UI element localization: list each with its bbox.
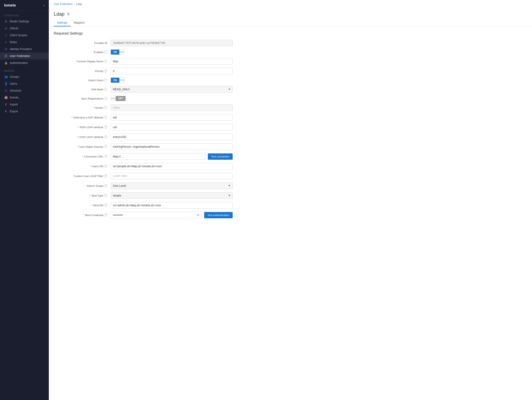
sidebar-item-label: Import xyxy=(10,103,18,106)
connection-url-help-icon[interactable]: ? xyxy=(104,155,107,158)
custom-user-ldap-filter-help-icon[interactable]: ? xyxy=(104,174,107,178)
import-users-help-icon[interactable]: ? xyxy=(104,78,107,82)
priority-input[interactable] xyxy=(111,68,233,74)
main-content: User Federation › Ldap Ldap 🗑 Settings M… xyxy=(49,0,532,400)
bind-type-help-icon[interactable]: ? xyxy=(104,194,107,197)
breadcrumb-parent[interactable]: User Federation xyxy=(54,2,73,6)
rdn-ldap-attribute-help-icon[interactable]: ? xyxy=(104,126,107,129)
console-display-name-label: Console Display Name xyxy=(76,60,103,63)
field-sync-registrations: Sync Registrations ? OFF xyxy=(54,96,527,101)
clients-icon: ◎ xyxy=(4,27,8,30)
import-users-label: Import Users xyxy=(88,79,103,82)
sidebar-item-roles[interactable]: ≡ Roles xyxy=(0,39,49,45)
enabled-toggle[interactable]: ON xyxy=(111,49,124,55)
toggle-off-label xyxy=(119,51,124,53)
toggle-on-label: ON xyxy=(111,50,119,55)
bind-credential-input[interactable] xyxy=(111,212,202,218)
sidebar-item-sessions[interactable]: ◷ Sessions xyxy=(0,87,49,94)
field-users-dn: * Users DN ? xyxy=(54,163,527,169)
users-dn-input[interactable] xyxy=(111,163,233,169)
user-object-classes-input[interactable] xyxy=(111,143,233,150)
bind-dn-label: Bind DN xyxy=(94,204,103,207)
configure-section-label: Configure xyxy=(0,11,49,18)
bind-type-select[interactable]: simple none xyxy=(111,192,233,199)
bind-dn-help-icon[interactable]: ? xyxy=(104,204,107,207)
toggle-off-label xyxy=(119,79,124,81)
rdn-ldap-attribute-label: RDN LDAP attribute xyxy=(80,126,103,129)
priority-help-icon[interactable]: ? xyxy=(104,69,107,73)
breadcrumb: User Federation › Ldap xyxy=(49,0,532,8)
bind-dn-input[interactable] xyxy=(111,202,233,209)
provider-id-input[interactable] xyxy=(111,40,233,46)
sync-registrations-toggle[interactable]: OFF xyxy=(111,96,126,101)
users-dn-help-icon[interactable]: ? xyxy=(104,165,107,168)
show-password-icon[interactable]: 👁 xyxy=(197,213,200,217)
field-uuid-ldap-attribute: * UUID LDAP attribute ? xyxy=(54,134,527,140)
vendor-input[interactable] xyxy=(111,104,233,111)
brand[interactable]: Iomete ▾ xyxy=(0,0,49,11)
priority-label: Priority xyxy=(95,70,103,73)
sidebar-item-realm-settings[interactable]: ⚙ Realm Settings xyxy=(0,18,49,25)
section-title: Required Settings xyxy=(54,31,527,36)
username-ldap-attribute-help-icon[interactable]: ? xyxy=(104,116,107,119)
realm-settings-icon: ⚙ xyxy=(4,20,8,23)
delete-icon[interactable]: 🗑 xyxy=(67,12,70,16)
import-users-toggle[interactable]: ON xyxy=(111,77,124,83)
sidebar-item-events[interactable]: 📅 Events xyxy=(0,94,49,101)
client-scopes-icon: ⬡ xyxy=(4,33,8,37)
sidebar-item-label: Events xyxy=(10,96,19,99)
bind-credential-help-icon[interactable]: ? xyxy=(104,213,107,217)
sidebar-item-user-federation[interactable]: ☰ User Federation xyxy=(0,52,49,59)
test-authentication-button[interactable]: Test authentication xyxy=(204,212,233,218)
manage-section-label: Manage xyxy=(0,66,49,73)
search-scope-label: Search Scope xyxy=(87,184,103,187)
edit-mode-select[interactable]: READ_ONLY WRITABLE UNSYNCED xyxy=(111,86,233,93)
search-scope-select[interactable]: One Level Subtree xyxy=(111,182,233,189)
sidebar-item-export[interactable]: ⬇ Export xyxy=(0,108,49,115)
uuid-ldap-attribute-help-icon[interactable]: ? xyxy=(104,135,107,139)
console-display-name-help-icon[interactable]: ? xyxy=(104,60,107,63)
field-vendor: * Vendor ? xyxy=(54,104,527,111)
sidebar-item-clients[interactable]: ◎ Clients xyxy=(0,25,49,32)
sidebar-item-label: Authentication xyxy=(10,61,28,65)
vendor-help-icon[interactable]: ? xyxy=(104,106,107,109)
tab-settings[interactable]: Settings xyxy=(54,19,70,26)
tab-mappers[interactable]: Mappers xyxy=(70,19,88,26)
user-object-classes-help-icon[interactable]: ? xyxy=(104,145,107,148)
search-scope-help-icon[interactable]: ? xyxy=(104,184,107,187)
field-connection-url: * Connection URL ? Test connection xyxy=(54,153,527,160)
username-ldap-attribute-label: Username LDAP attribute xyxy=(73,116,103,119)
console-display-name-input[interactable] xyxy=(111,58,233,65)
field-rdn-ldap-attribute: * RDN LDAP attribute ? xyxy=(54,124,527,130)
identity-providers-icon: ⇄ xyxy=(4,47,8,51)
uuid-ldap-attribute-input[interactable] xyxy=(111,134,233,140)
sidebar-item-label: Identity Providers xyxy=(10,47,32,51)
edit-mode-help-icon[interactable]: ? xyxy=(104,88,107,91)
rdn-ldap-attribute-input[interactable] xyxy=(111,124,233,130)
sync-registrations-help-icon[interactable]: ? xyxy=(104,97,107,100)
provider-id-label: Provider ID xyxy=(94,41,107,45)
custom-user-ldap-filter-input[interactable] xyxy=(111,173,233,179)
sidebar-item-client-scopes[interactable]: ⬡ Client Scopes xyxy=(0,32,49,39)
field-search-scope: Search Scope ? One Level Subtree xyxy=(54,182,527,189)
authentication-icon: 🔒 xyxy=(4,61,8,65)
user-object-classes-label: User Object Classes xyxy=(79,145,103,148)
roles-icon: ≡ xyxy=(4,40,8,44)
sidebar-item-authentication[interactable]: 🔒 Authentication xyxy=(0,59,49,66)
sessions-icon: ◷ xyxy=(4,89,8,92)
sidebar-item-identity-providers[interactable]: ⇄ Identity Providers xyxy=(0,45,49,52)
brand-chevron: ▾ xyxy=(44,4,45,7)
events-icon: 📅 xyxy=(4,96,8,99)
sidebar-item-import[interactable]: ⬆ Import xyxy=(0,101,49,108)
test-connection-button[interactable]: Test connection xyxy=(208,153,233,160)
sidebar-item-label: Users xyxy=(10,82,17,85)
connection-url-input[interactable] xyxy=(111,153,205,160)
bind-type-label: Bind Type xyxy=(92,194,103,197)
sidebar-item-users[interactable]: 👤 Users xyxy=(0,80,49,87)
sidebar-item-groups[interactable]: 👥 Groups xyxy=(0,73,49,80)
sidebar: Iomete ▾ Configure ⚙ Realm Settings ◎ Cl… xyxy=(0,0,49,400)
bind-credential-label: Bind Credential xyxy=(85,214,103,217)
user-federation-icon: ☰ xyxy=(4,54,8,58)
enabled-help-icon[interactable]: ? xyxy=(104,51,107,54)
username-ldap-attribute-input[interactable] xyxy=(111,114,233,121)
